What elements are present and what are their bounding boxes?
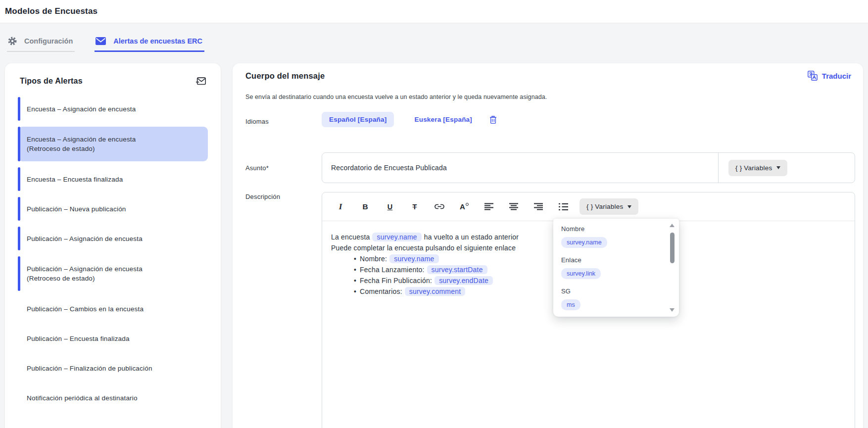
alert-type-item[interactable]: Encuesta – Asignación de encuesta: [18, 97, 208, 121]
scroll-down-icon[interactable]: [670, 308, 675, 312]
alert-type-list: Encuesta – Asignación de encuesta Encues…: [17, 97, 209, 410]
tab-alertas-erc[interactable]: Alertas de encuestas ERC: [95, 37, 204, 52]
alert-type-item[interactable]: Publicación – Asignación de encuesta(Ret…: [18, 256, 208, 291]
mail-icon: [96, 37, 106, 45]
alert-item-line: (Retroceso de estado): [27, 144, 136, 153]
variable-chip: survey.endDate: [434, 276, 493, 285]
variables-group: Nombresurvey.name: [561, 225, 671, 248]
variables-button-label: { } Variables: [586, 203, 623, 210]
bullet-dot: •: [354, 287, 356, 295]
gear-icon: [8, 37, 17, 46]
bullet-label: Fecha Lanzamiento:: [360, 266, 424, 274]
bullet-dot: •: [354, 266, 356, 274]
bullet-label: Comentarios:: [360, 287, 402, 295]
mail-forward-icon[interactable]: [195, 76, 207, 86]
alert-item-line: Encuesta – Asignación de encuesta: [27, 104, 136, 114]
scroll-up-icon[interactable]: [670, 224, 675, 227]
variables-dropdown: Nombresurvey.nameEnlacesurvey.linkSGms: [553, 219, 679, 317]
variables-group: SGms: [561, 287, 671, 310]
asunto-field-group: Recordatorio de Encuesta Publicada { } V…: [322, 152, 855, 183]
toolbar-tools-slot: IBUTA: [328, 198, 576, 215]
alert-type-item[interactable]: Encuesta – Asignación de encuesta(Retroc…: [18, 127, 208, 161]
alert-item-text: Encuesta – Asignación de encuesta(Retroc…: [27, 135, 136, 153]
message-body-panel: Cuerpo del mensaje Traducir Se envía al …: [233, 63, 863, 428]
tab-configuracion[interactable]: Configuración: [7, 37, 75, 52]
dropdown-scrollbar[interactable]: [670, 222, 675, 314]
align-right-icon[interactable]: [526, 198, 551, 215]
asunto-label: Asunto*: [245, 164, 269, 172]
font-color-icon[interactable]: A: [452, 198, 477, 215]
alert-type-item[interactable]: Publicación – Asignación de encuesta: [18, 227, 208, 250]
asunto-variables-button[interactable]: { } Variables: [728, 160, 787, 176]
translate-button[interactable]: Traducir: [807, 70, 851, 81]
language-chip-euskera[interactable]: Euskera [España]: [407, 112, 480, 127]
italic-icon[interactable]: I: [328, 198, 353, 215]
alert-type-item[interactable]: Publicación – Nueva publicación: [18, 197, 208, 221]
scrollbar-thumb[interactable]: [670, 233, 675, 263]
alert-item-text: Publicación – Asignación de encuesta(Ret…: [27, 264, 143, 283]
variables-group-name: Nombre: [561, 225, 671, 233]
alert-item-line: Publicación – Cambios en la encuesta: [27, 304, 144, 314]
underline-icon[interactable]: U: [378, 198, 402, 215]
variable-chip: survey.startDate: [427, 265, 487, 274]
language-chip-espanol[interactable]: Español [España]: [322, 112, 394, 127]
page-title: Modelos de Encuestas: [5, 6, 97, 16]
chevron-down-icon: [627, 205, 631, 208]
align-left-icon[interactable]: [477, 198, 501, 215]
tab-label: Alertas de encuestas ERC: [113, 37, 202, 45]
alert-item-text: Publicación – Cambios en la encuesta: [27, 304, 144, 314]
chevron-down-icon: [776, 166, 780, 169]
variable-chip: survey.name: [372, 233, 421, 241]
alert-item-line: Publicación – Nueva publicación: [27, 204, 126, 214]
alert-item-line: Publicación – Finalización de publicació…: [27, 364, 152, 373]
variables-button-label: { } Variables: [735, 164, 772, 172]
language-chips-row: Español [España] Euskera [España]: [322, 112, 497, 127]
link-icon[interactable]: [427, 198, 452, 215]
asunto-variables-cell: { } Variables: [718, 153, 855, 183]
bold-icon[interactable]: B: [353, 198, 378, 215]
message-body-subtitle: Se envía al destinatario cuando una encu…: [245, 94, 851, 100]
alert-types-panel: Tipos de Alertas Encuesta – Asignación d…: [5, 63, 221, 428]
alert-type-item[interactable]: Notificación periódica al destinatario: [18, 386, 208, 410]
alert-item-text: Publicación – Finalización de publicació…: [27, 364, 152, 373]
accent-bar: [18, 97, 20, 121]
asunto-input[interactable]: Recordatorio de Encuesta Publicada: [322, 153, 718, 183]
alert-item-text: Encuesta – Encuesta finalizada: [27, 175, 123, 184]
editor-variables-button[interactable]: { } Variables: [579, 198, 638, 215]
accent-bar: [18, 127, 20, 161]
accent-bar: [18, 256, 20, 291]
translate-icon: [807, 70, 818, 81]
descripcion-label: Descripción: [245, 193, 280, 200]
screen: Modelos de Encuestas Configuración Alert…: [0, 0, 868, 428]
alert-item-line: (Retroceso de estado): [27, 274, 143, 283]
bullet-dot: •: [354, 255, 356, 263]
variable-chip: survey.name: [389, 254, 438, 263]
translate-label: Traducir: [822, 72, 851, 80]
alert-item-text: Notificación periódica al destinatario: [27, 393, 138, 403]
message-body-title: Cuerpo del mensaje: [245, 71, 851, 81]
variables-dropdown-groups: Nombresurvey.nameEnlacesurvey.linkSGms: [561, 225, 671, 310]
variable-option-chip[interactable]: ms: [561, 299, 580, 310]
alert-type-item[interactable]: Encuesta – Encuesta finalizada: [18, 167, 208, 191]
variable-option-chip[interactable]: survey.link: [561, 268, 601, 279]
tab-label: Configuración: [24, 37, 73, 45]
bullet-dot: •: [354, 277, 356, 285]
alert-type-item[interactable]: Publicación – Finalización de publicació…: [18, 356, 208, 380]
variable-option-chip[interactable]: survey.name: [561, 237, 607, 248]
alert-types-title: Tipos de Alertas: [20, 77, 83, 86]
align-center-icon[interactable]: [501, 198, 526, 215]
strikethrough-icon[interactable]: T: [402, 198, 427, 215]
alert-item-text: Publicación – Encuesta finalizada: [27, 334, 130, 343]
idiomas-label: Idiomas: [245, 118, 269, 125]
alert-item-line: Publicación – Asignación de encuesta: [27, 264, 143, 274]
alert-item-text: Publicación – Asignación de encuesta: [27, 234, 143, 243]
alert-type-item[interactable]: Publicación – Cambios en la encuesta: [18, 297, 208, 321]
alert-item-line: Notificación periódica al destinatario: [27, 393, 138, 403]
bullet-label: Nombre:: [360, 255, 387, 263]
alert-type-item[interactable]: Publicación – Encuesta finalizada: [18, 327, 208, 350]
variable-chip: survey.comment: [405, 287, 465, 296]
editor-toolbar: IBUTA { } Variables: [322, 192, 855, 221]
bullet-list-icon[interactable]: [551, 198, 576, 215]
bullet-label: Fecha Fin Publicación:: [360, 277, 432, 285]
delete-language-button[interactable]: [489, 115, 497, 124]
